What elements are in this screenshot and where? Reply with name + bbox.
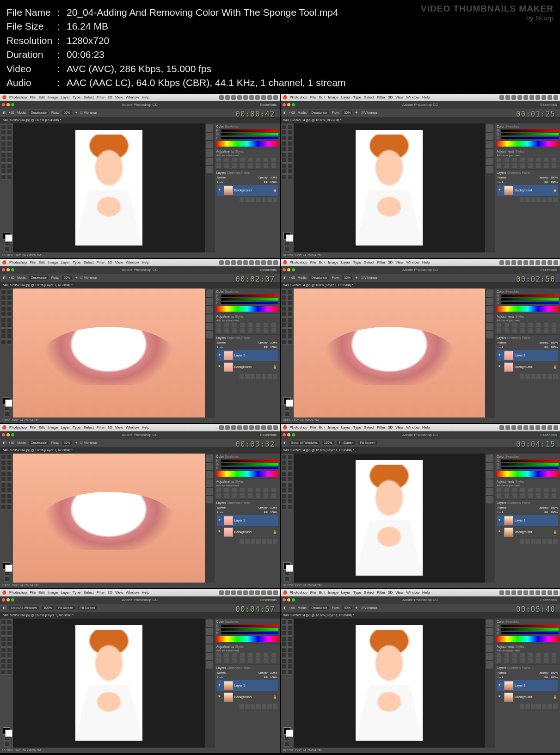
path-tool-icon[interactable] xyxy=(1,499,6,504)
canvas[interactable] xyxy=(13,619,205,748)
zoom-tool-icon[interactable] xyxy=(7,669,12,675)
adjustment-icon[interactable] xyxy=(512,653,517,657)
spectrum[interactable] xyxy=(497,636,559,642)
collapsed-panel-icon[interactable] xyxy=(486,645,493,652)
blur-tool-icon[interactable] xyxy=(1,323,6,328)
status-icon[interactable] xyxy=(231,425,236,430)
paths-tab[interactable]: Paths xyxy=(522,336,530,339)
collapsed-panel-icon[interactable] xyxy=(206,463,213,470)
group-icon[interactable] xyxy=(542,374,547,379)
menu-window[interactable]: Window xyxy=(126,95,139,99)
close-icon[interactable] xyxy=(2,103,5,106)
adjustment-icon[interactable] xyxy=(216,653,221,657)
adjustments-tab[interactable]: Adjustments xyxy=(216,315,234,318)
fx-icon[interactable] xyxy=(245,539,250,544)
adjustment-icon[interactable] xyxy=(505,493,509,498)
menu-layer[interactable]: Layer xyxy=(61,260,70,264)
eraser-tool-icon[interactable] xyxy=(1,647,6,652)
g-slider[interactable] xyxy=(501,298,559,301)
menu-filter[interactable]: Filter xyxy=(97,590,105,595)
g-slider[interactable] xyxy=(221,133,278,135)
zoom-tool-icon[interactable] xyxy=(7,339,12,344)
link-icon[interactable] xyxy=(520,374,524,379)
zoom-level[interactable]: 100% xyxy=(283,418,291,422)
eraser-tool-icon[interactable] xyxy=(282,647,287,652)
status-icon[interactable] xyxy=(219,95,224,100)
fx-icon[interactable] xyxy=(245,374,250,379)
collapsed-panel-icon[interactable] xyxy=(486,133,493,140)
adjustment-icon[interactable] xyxy=(271,163,276,168)
zoom-level[interactable]: 100% xyxy=(2,418,10,422)
mask-icon[interactable] xyxy=(531,704,535,709)
close-icon[interactable] xyxy=(2,268,5,271)
dodge-tool-icon[interactable] xyxy=(7,323,12,328)
adjustment-icon[interactable] xyxy=(216,493,221,498)
adjustment-icon[interactable] xyxy=(232,323,237,327)
link-icon[interactable] xyxy=(520,704,524,709)
styles-tab[interactable]: Styles xyxy=(515,315,524,318)
adjustment-icon[interactable] xyxy=(248,323,252,327)
adjustment-icon[interactable] xyxy=(240,653,245,657)
shape-tool-icon[interactable] xyxy=(7,499,12,504)
status-icon[interactable] xyxy=(535,260,540,265)
menu-layer[interactable]: Layer xyxy=(341,425,351,430)
fit-screen[interactable]: Fit Screen xyxy=(56,606,75,610)
layer-thumb[interactable] xyxy=(504,528,513,537)
layers-tab[interactable]: Layers xyxy=(216,501,226,504)
apple-icon[interactable]: 🍎 xyxy=(283,425,287,430)
tool-icon[interactable]: ◧ xyxy=(283,441,287,445)
shape-tool-icon[interactable] xyxy=(7,334,12,339)
status-icon[interactable] xyxy=(231,260,236,265)
status-icon[interactable] xyxy=(273,425,278,430)
swatches-tab[interactable]: Swatches xyxy=(505,290,519,293)
healing-tool-icon[interactable] xyxy=(282,141,287,146)
adjustments-tab[interactable]: Adjustments xyxy=(497,315,515,318)
opacity-value[interactable]: 100% xyxy=(270,671,277,674)
type-tool-icon[interactable] xyxy=(7,493,12,498)
menu-photoshop[interactable]: Photoshop xyxy=(290,95,308,99)
workspace-picker[interactable]: Essentials xyxy=(260,598,277,602)
fill-icon[interactable] xyxy=(536,197,541,202)
layer-row[interactable]: 👁 Background 🔒 xyxy=(497,527,558,538)
layer-row[interactable]: 👁 Layer 1 xyxy=(217,515,278,526)
menu-window[interactable]: Window xyxy=(126,260,139,264)
adjustment-icon[interactable] xyxy=(520,323,525,327)
fill-value[interactable]: 100% xyxy=(270,676,277,679)
history-tool-icon[interactable] xyxy=(7,477,12,482)
trash-icon[interactable] xyxy=(273,704,277,709)
adjustment-icon[interactable] xyxy=(552,163,556,168)
swatches-tab[interactable]: Swatches xyxy=(225,290,239,293)
adjustment-icon[interactable] xyxy=(224,163,229,168)
adjustment-icon[interactable] xyxy=(264,658,268,663)
crop-tool-icon[interactable] xyxy=(282,135,287,141)
flow-input[interactable]: 50% xyxy=(62,276,72,280)
adjustment-icon[interactable] xyxy=(512,328,517,333)
menu-select[interactable]: Select xyxy=(364,95,374,99)
layer-row[interactable]: 👁 Background 🔒 xyxy=(217,692,278,703)
blend-mode[interactable]: Normal xyxy=(498,671,506,674)
adjustment-icon[interactable] xyxy=(520,488,525,492)
adjustment-icon[interactable] xyxy=(497,658,501,663)
shape-tool-icon[interactable] xyxy=(287,499,292,504)
status-icon[interactable] xyxy=(529,425,534,430)
dodge-tool-icon[interactable] xyxy=(287,323,292,328)
stamp-tool-icon[interactable] xyxy=(1,147,6,152)
menu-3d[interactable]: 3D xyxy=(388,425,393,430)
background-color[interactable] xyxy=(286,234,293,242)
adjustment-icon[interactable] xyxy=(248,493,252,498)
adjustment-icon[interactable] xyxy=(512,488,517,492)
foreground-color[interactable] xyxy=(3,232,10,239)
status-icon[interactable] xyxy=(243,425,248,430)
airbrush-icon[interactable]: ✈ xyxy=(75,111,78,115)
adjustments-tab[interactable]: Adjustments xyxy=(216,150,234,153)
foreground-color[interactable] xyxy=(3,397,10,405)
status-icon[interactable] xyxy=(511,425,516,430)
g-slider[interactable] xyxy=(501,463,559,466)
minimize-icon[interactable] xyxy=(6,268,10,271)
status-icon[interactable] xyxy=(523,95,528,100)
menu-layer[interactable]: Layer xyxy=(341,260,351,264)
adjustment-icon[interactable] xyxy=(512,163,517,168)
paths-tab[interactable]: Paths xyxy=(241,336,250,339)
channels-tab[interactable]: Channels xyxy=(227,666,240,669)
b-slider[interactable] xyxy=(501,467,559,469)
